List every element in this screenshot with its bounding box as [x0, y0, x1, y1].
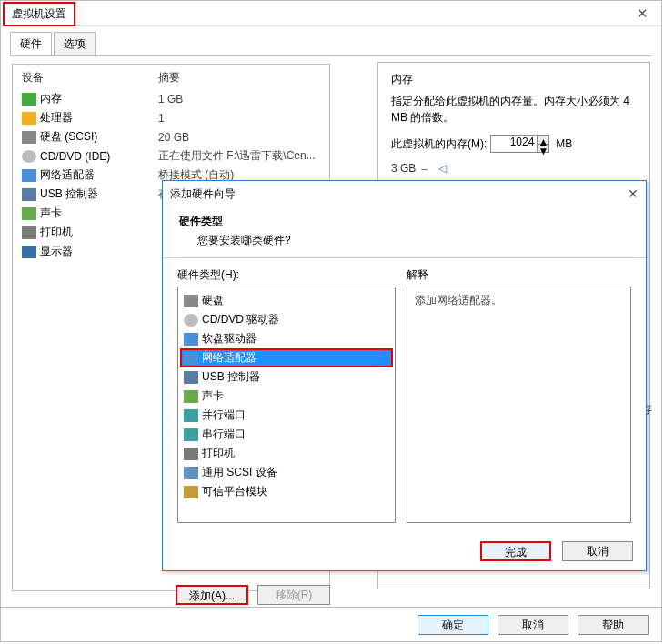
hw-type-label: 硬盘 — [202, 293, 224, 308]
hw-summary: 正在使用文件 F:\迅雷下载\Cen... — [158, 148, 316, 164]
hw-icon — [22, 150, 36, 163]
add-button[interactable]: 添加(A)... — [176, 585, 248, 605]
hw-type-label: 网络适配器 — [202, 350, 257, 366]
hardware-type-item[interactable]: 网络适配器 — [180, 348, 393, 367]
hardware-type-item[interactable]: 通用 SCSI 设备 — [180, 463, 393, 482]
hw-type-icon — [184, 486, 198, 498]
wizard-close-icon[interactable]: ✕ — [628, 186, 639, 201]
finish-button[interactable]: 完成 — [480, 541, 551, 561]
hw-type-icon — [184, 314, 198, 327]
hardware-type-list[interactable]: 硬盘 CD/DVD 驱动器 软盘驱动器 网络适配器 USB 控制器 声卡 并行端… — [177, 287, 396, 523]
hw-type-label: 软盘驱动器 — [202, 331, 257, 347]
hw-name: 打印机 — [40, 225, 158, 240]
hardware-type-item[interactable]: 并行端口 — [180, 406, 393, 425]
hardware-type-item[interactable]: 声卡 — [180, 387, 393, 406]
wizard-desc-label: 解释 — [407, 267, 631, 283]
hw-type-icon — [184, 390, 198, 403]
hw-type-label: 可信平台模块 — [202, 484, 267, 499]
wizard-list-label: 硬件类型(H): — [177, 267, 396, 283]
bottom-bar: 确定 取消 帮助 — [1, 607, 661, 641]
hw-summary: 20 GB — [158, 131, 189, 144]
ok-button[interactable]: 确定 — [418, 615, 488, 635]
close-icon[interactable]: ✕ — [623, 5, 661, 22]
col-device: 设备 — [22, 70, 158, 86]
hw-type-icon — [184, 352, 198, 365]
hw-name: USB 控制器 — [40, 186, 158, 202]
hw-row[interactable]: 硬盘 (SCSI) 20 GB — [16, 127, 326, 146]
hw-type-label: USB 控制器 — [202, 369, 260, 385]
cancel-button[interactable]: 取消 — [498, 615, 568, 635]
hw-name: 处理器 — [40, 110, 158, 126]
hardware-type-item[interactable]: 硬盘 — [180, 291, 393, 310]
memory-input[interactable]: 1024 ▲▼ — [490, 135, 538, 153]
memory-slider[interactable]: 3 GB – ◁ — [391, 162, 637, 175]
wizard-footer: 完成 取消 — [480, 541, 633, 561]
memory-heading: 内存 — [391, 72, 637, 87]
hw-type-icon — [184, 428, 198, 441]
hardware-type-item[interactable]: 打印机 — [180, 444, 393, 463]
hw-type-label: 打印机 — [202, 446, 235, 461]
hardware-type-item[interactable]: 可信平台模块 — [180, 482, 393, 501]
add-hardware-wizard: 添加硬件向导 ✕ 硬件类型 您要安装哪类硬件? 硬件类型(H): 硬盘 CD/D… — [162, 180, 647, 571]
memory-line: 此虚拟机的内存(M): 1024 ▲▼ MB — [391, 135, 637, 153]
tab-options[interactable]: 选项 — [54, 32, 96, 55]
hw-name: 内存 — [40, 91, 158, 106]
hw-icon — [22, 131, 36, 144]
wizard-heading: 硬件类型 — [179, 214, 629, 229]
hw-type-icon — [184, 295, 198, 307]
memory-description: 指定分配给此虚拟机的内存量。内存大小必须为 4 MB 的倍数。 — [391, 93, 637, 126]
spin-buttons[interactable]: ▲▼ — [537, 135, 549, 153]
hw-type-label: 声卡 — [202, 388, 224, 404]
hw-type-label: 并行端口 — [202, 408, 246, 423]
wizard-list-column: 硬件类型(H): 硬盘 CD/DVD 驱动器 软盘驱动器 网络适配器 USB 控… — [177, 267, 396, 523]
remove-button: 移除(R) — [257, 585, 330, 605]
wizard-cancel-button[interactable]: 取消 — [562, 541, 633, 561]
add-remove-bar: 添加(A)... 移除(R) — [176, 585, 330, 605]
hw-icon — [22, 93, 36, 106]
hw-icon — [22, 246, 36, 258]
hardware-type-item[interactable]: 串行端口 — [180, 425, 393, 444]
hw-icon — [22, 188, 36, 201]
hw-row[interactable]: 内存 1 GB — [16, 89, 326, 108]
memory-label: 此虚拟机的内存(M): — [391, 136, 487, 152]
hw-summary: 1 GB — [158, 93, 183, 106]
wizard-title: 添加硬件向导 — [170, 186, 236, 202]
hw-summary: 1 — [158, 112, 165, 125]
hardware-type-item[interactable]: 软盘驱动器 — [180, 329, 393, 348]
hw-icon — [22, 169, 36, 182]
hw-icon — [22, 207, 36, 220]
hw-row[interactable]: 处理器 1 — [16, 108, 326, 127]
wizard-titlebar: 添加硬件向导 ✕ — [163, 181, 646, 206]
hw-name: 网络适配器 — [40, 167, 158, 183]
wizard-subheading: 您要安装哪类硬件? — [179, 233, 629, 248]
hw-type-icon — [184, 409, 198, 422]
dialog-title: 虚拟机设置 — [3, 2, 75, 26]
hw-type-label: 串行端口 — [202, 427, 246, 442]
hw-type-icon — [184, 333, 198, 346]
hw-icon — [22, 112, 36, 125]
hw-name: 声卡 — [40, 206, 158, 221]
hw-header: 设备 摘要 — [16, 70, 326, 86]
help-button[interactable]: 帮助 — [578, 615, 649, 635]
hw-type-icon — [184, 448, 198, 460]
hardware-type-item[interactable]: USB 控制器 — [180, 367, 393, 387]
wizard-desc-column: 解释 添加网络适配器。 — [407, 267, 631, 523]
hw-name: CD/DVD (IDE) — [40, 150, 158, 163]
wizard-header: 硬件类型 您要安装哪类硬件? — [163, 206, 646, 258]
hw-name: 显示器 — [40, 244, 158, 259]
col-summary: 摘要 — [158, 70, 180, 86]
hw-name: 硬盘 (SCSI) — [40, 129, 158, 145]
wizard-body: 硬件类型(H): 硬盘 CD/DVD 驱动器 软盘驱动器 网络适配器 USB 控… — [163, 258, 646, 532]
memory-unit: MB — [556, 137, 572, 150]
hw-row[interactable]: CD/DVD (IDE) 正在使用文件 F:\迅雷下载\Cen... — [16, 146, 326, 166]
tabs: 硬件 选项 — [10, 32, 652, 56]
hw-type-label: 通用 SCSI 设备 — [202, 465, 277, 480]
hw-type-icon — [184, 467, 198, 479]
hw-type-label: CD/DVD 驱动器 — [202, 312, 279, 327]
wizard-desc-box: 添加网络适配器。 — [407, 287, 631, 523]
hw-icon — [22, 226, 36, 239]
tab-hardware[interactable]: 硬件 — [10, 32, 52, 55]
hw-type-icon — [184, 371, 198, 384]
hardware-type-item[interactable]: CD/DVD 驱动器 — [180, 310, 393, 329]
titlebar: 虚拟机设置 ✕ — [1, 1, 661, 26]
